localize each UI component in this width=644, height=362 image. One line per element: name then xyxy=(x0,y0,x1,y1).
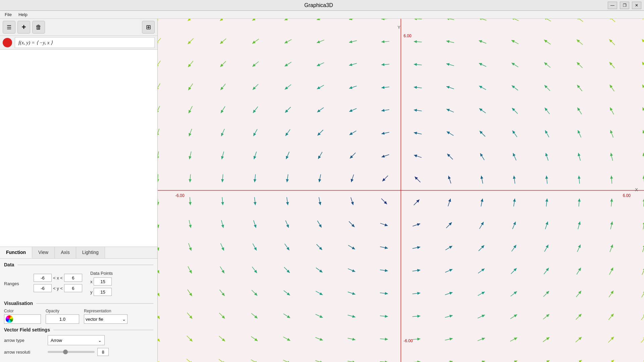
app-title: Graphica3D xyxy=(304,2,333,8)
dp-y-row: y xyxy=(90,288,113,296)
slider-container xyxy=(48,348,109,356)
window-controls: — ❐ ✕ xyxy=(608,2,641,9)
representation-select[interactable]: vector fie ⌄ xyxy=(84,314,128,324)
chevron-down-icon-2: ⌄ xyxy=(98,338,102,343)
y-max-label: 6.00 xyxy=(404,34,411,38)
arrow-resolution-row: arrow resoluti xyxy=(4,348,153,356)
titlebar: Graphica3D — ❐ ✕ xyxy=(0,0,644,11)
tab-content: Data Ranges < x < < y < xyxy=(0,259,157,362)
x-range-row: < x < xyxy=(34,274,82,282)
opacity-input[interactable] xyxy=(46,314,79,324)
arrow-resolution-value[interactable] xyxy=(97,348,109,356)
dp-x-row: x xyxy=(90,277,113,286)
menu-help[interactable]: Help xyxy=(15,11,31,18)
x-max-input[interactable] xyxy=(64,274,82,282)
function-color-indicator xyxy=(3,38,12,47)
arrow-type-row: arrow type Arrow ⌄ xyxy=(4,335,153,345)
color-preview-icon xyxy=(6,315,13,323)
canvas-area: Y X 6.00 -6.00 -6.00 6.00 xyxy=(158,19,644,362)
vis-row: Color Opacity Representation xyxy=(4,309,153,324)
arrow-type-select[interactable]: Arrow ⌄ xyxy=(48,335,105,345)
menu-file[interactable]: File xyxy=(1,11,15,18)
vector-field-canvas xyxy=(158,19,644,362)
arrow-resolution-slider[interactable] xyxy=(48,351,95,353)
tab-bar: Function View Axis Lighting xyxy=(0,247,157,259)
representation-field: Representation vector fie ⌄ xyxy=(84,309,128,324)
delete-icon: 🗑 xyxy=(36,24,42,31)
chevron-down-icon: ⌄ xyxy=(122,317,126,322)
menubar: File Help xyxy=(0,11,644,19)
tab-function[interactable]: Function xyxy=(0,247,32,258)
function-expression[interactable]: f(x, y) = ⟨ −y, x ⟩ xyxy=(15,37,155,48)
representation-label: Representation xyxy=(84,309,128,313)
graph-list xyxy=(0,50,157,247)
menu-toggle-button[interactable]: ☰ xyxy=(3,21,15,34)
opacity-field: Opacity xyxy=(46,309,79,324)
arrow-resolution-label: arrow resoluti xyxy=(4,350,44,355)
data-points-label: Data Points xyxy=(90,271,113,276)
color-picker-button[interactable] xyxy=(4,314,41,324)
representation-value: vector fie xyxy=(86,317,103,322)
y-min-label: -6.00 xyxy=(404,339,413,343)
maximize-button[interactable]: ❐ xyxy=(620,2,629,9)
opacity-label: Opacity xyxy=(46,309,79,313)
vis-section-title: Visualisation xyxy=(4,301,153,306)
arrow-type-value: Arrow xyxy=(51,338,62,343)
x-min-label: -6.00 xyxy=(175,193,184,198)
settings-panel: Function View Axis Lighting Data Ranges … xyxy=(0,247,157,362)
left-panel: ☰ + 🗑 ⊞ f(x, y) = ⟨ −y, x ⟩ Function xyxy=(0,19,158,362)
ranges-row: Ranges < x < < y < xyxy=(4,270,153,297)
x-min-input[interactable] xyxy=(34,274,52,282)
dp-x-input[interactable] xyxy=(94,277,112,286)
toolbar: ☰ + 🗑 ⊞ xyxy=(0,19,157,36)
close-button[interactable]: ✕ xyxy=(632,2,641,9)
add-icon: + xyxy=(22,23,26,32)
tab-lighting[interactable]: Lighting xyxy=(76,247,105,258)
vf-section-title: Vector Field settings xyxy=(4,327,153,332)
dp-y-input[interactable] xyxy=(94,288,112,296)
import-icon: ⊞ xyxy=(146,23,151,31)
main-content: ☰ + 🗑 ⊞ f(x, y) = ⟨ −y, x ⟩ Function xyxy=(0,19,644,362)
color-label: Color xyxy=(4,309,41,313)
y-min-input[interactable] xyxy=(34,284,52,292)
add-button[interactable]: + xyxy=(17,21,30,34)
import-button[interactable]: ⊞ xyxy=(142,21,155,34)
ranges-label: Ranges xyxy=(4,281,31,286)
data-section-title: Data xyxy=(4,262,153,267)
hamburger-icon: ☰ xyxy=(7,24,11,31)
delete-button[interactable]: 🗑 xyxy=(32,21,45,34)
y-range-row: < y < xyxy=(34,284,82,292)
y-max-input[interactable] xyxy=(64,284,82,292)
x-max-label: 6.00 xyxy=(623,193,631,198)
tab-view[interactable]: View xyxy=(32,247,55,258)
color-field: Color xyxy=(4,309,41,324)
tab-axis[interactable]: Axis xyxy=(55,247,76,258)
x-axis-label: X xyxy=(635,187,638,192)
function-entry: f(x, y) = ⟨ −y, x ⟩ xyxy=(0,36,157,50)
visualisation-section: Visualisation Color Opacity xyxy=(4,301,153,324)
arrow-type-label: arrow type xyxy=(4,338,44,343)
vector-field-section: Vector Field settings arrow type Arrow ⌄… xyxy=(4,327,153,356)
y-axis-label: Y xyxy=(398,25,401,30)
minimize-button[interactable]: — xyxy=(608,2,617,9)
